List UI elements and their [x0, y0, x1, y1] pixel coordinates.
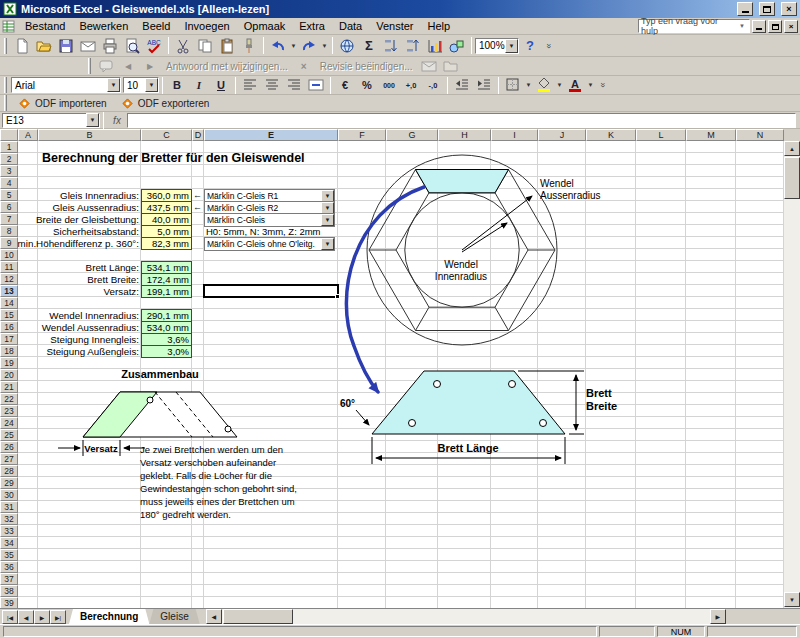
column-header[interactable]: C [141, 129, 192, 141]
sort-descending-button[interactable] [402, 36, 424, 55]
row-header[interactable]: 12 [0, 273, 18, 285]
previous-sheet-button[interactable]: ◀ [18, 610, 34, 624]
undo-button[interactable] [267, 36, 289, 55]
menu-item[interactable]: Extra [292, 19, 332, 33]
align-center-button[interactable] [261, 76, 283, 95]
redo-dropdown-icon[interactable]: ▼ [320, 43, 329, 49]
row-header[interactable]: 32 [0, 513, 18, 525]
odf-export-button[interactable]: ODF exporteren [114, 95, 217, 112]
chevron-down-icon[interactable]: ▼ [86, 113, 99, 127]
column-header[interactable]: M [686, 129, 736, 141]
spelling-button[interactable]: ABC [143, 36, 165, 55]
align-left-button[interactable] [239, 76, 261, 95]
update-file-button[interactable] [440, 57, 462, 76]
horizontal-scrollbar[interactable]: ◀ ▶ [206, 609, 726, 625]
label-steigung-innengleis[interactable]: Steigung Innengleis: [50, 334, 139, 345]
fill-handle[interactable] [335, 294, 340, 299]
row-header[interactable]: 28 [0, 465, 18, 477]
print-button[interactable] [99, 36, 121, 55]
paste-button[interactable] [216, 36, 238, 55]
odf-import-button[interactable]: ODF importeren [11, 95, 114, 112]
cell-versatz[interactable]: 199,1 mm [141, 285, 192, 298]
new-button[interactable] [11, 36, 33, 55]
row-header[interactable]: 21 [0, 381, 18, 393]
percent-button[interactable]: % [356, 76, 378, 95]
currency-button[interactable]: € [334, 76, 356, 95]
row-header[interactable]: 19 [0, 357, 18, 369]
column-header[interactable]: E [204, 129, 338, 141]
row-header[interactable]: 3 [0, 165, 18, 177]
row-header[interactable]: 24 [0, 417, 18, 429]
open-button[interactable] [33, 36, 55, 55]
combo-gleistyp[interactable]: Märklin C-Gleis ohne O'leitg.▼ [204, 237, 335, 251]
column-header[interactable]: L [636, 129, 686, 141]
italic-button[interactable]: I [188, 76, 210, 95]
column-header[interactable]: D [192, 129, 204, 141]
underline-button[interactable]: U [210, 76, 232, 95]
column-header[interactable]: F [338, 129, 386, 141]
borders-button[interactable] [502, 76, 524, 95]
row-header[interactable]: 34 [0, 537, 18, 549]
row-header[interactable]: 7 [0, 213, 18, 225]
font-color-button[interactable]: A [564, 76, 586, 95]
menu-item[interactable]: Invoegen [177, 19, 236, 33]
toolbar-grip[interactable] [4, 95, 7, 111]
chevron-down-icon[interactable]: ▼ [321, 214, 334, 226]
row-header[interactable]: 35 [0, 549, 18, 561]
row-header[interactable]: 29 [0, 477, 18, 489]
menu-item[interactable]: Data [332, 19, 369, 33]
bold-button[interactable]: B [166, 76, 188, 95]
column-header[interactable]: H [438, 129, 491, 141]
chevron-down-icon[interactable]: ▼ [145, 78, 158, 92]
toolbar-options-chevron[interactable]: » [594, 79, 612, 91]
chevron-down-icon[interactable]: ▼ [737, 23, 747, 29]
cut-button[interactable] [172, 36, 194, 55]
row-header[interactable]: 30 [0, 489, 18, 501]
copy-button[interactable] [194, 36, 216, 55]
row-header[interactable]: 37 [0, 573, 18, 585]
label-wendel-aussenradius[interactable]: Wendel Aussenradius: [42, 322, 139, 333]
send-mail-button[interactable] [418, 57, 440, 76]
scroll-down-button[interactable]: ▼ [784, 592, 800, 607]
column-header[interactable]: N [736, 129, 784, 141]
workbook-restore-button[interactable] [768, 20, 782, 33]
menu-item[interactable]: Bewerken [72, 19, 135, 33]
workbook-close-button[interactable]: × [784, 20, 798, 33]
chart-wizard-button[interactable] [424, 36, 446, 55]
scroll-up-button[interactable]: ▲ [784, 141, 800, 156]
label-brett-breite[interactable]: Brett Breite: [87, 274, 139, 285]
scroll-left-button[interactable]: ◀ [206, 609, 222, 624]
edit-comment-button[interactable] [95, 57, 117, 76]
previous-comment-button[interactable]: ◀ [117, 57, 139, 76]
menu-item[interactable]: Help [421, 19, 458, 33]
cell-hoehendifferenz[interactable]: 82,3 mm [141, 237, 192, 250]
row-header[interactable]: 6 [0, 201, 18, 213]
email-button[interactable] [77, 36, 99, 55]
autosum-button[interactable]: Σ [358, 36, 380, 55]
menu-item[interactable]: Beeld [135, 19, 177, 33]
assembly-heading[interactable]: Zusammenbau [108, 368, 212, 380]
zoom-combo[interactable]: 100% ▼ [475, 38, 519, 54]
sort-ascending-button[interactable] [380, 36, 402, 55]
minimize-button[interactable] [737, 2, 753, 16]
chevron-down-icon[interactable]: ▼ [107, 78, 120, 92]
row-header[interactable]: 39 [0, 597, 18, 608]
name-box[interactable]: E13 ▼ [2, 113, 100, 128]
combo-gleisbettung[interactable]: Märklin C-Gleis▼ [204, 213, 335, 227]
cell-scale-note[interactable]: H0: 5mm, N: 3mm, Z: 2mm [206, 226, 321, 237]
tab-gleise[interactable]: Gleise [149, 609, 199, 624]
row-header[interactable]: 20 [0, 369, 18, 381]
horizontal-scroll-thumb[interactable] [223, 609, 293, 624]
redo-button[interactable] [298, 36, 320, 55]
label-sicherheitsabstand[interactable]: Sicherheitsabstand: [53, 226, 139, 237]
first-sheet-button[interactable]: |◀ [2, 610, 18, 624]
row-header[interactable]: 25 [0, 429, 18, 441]
decrease-indent-button[interactable] [451, 76, 473, 95]
scroll-right-button[interactable]: ▶ [710, 609, 726, 624]
toolbar-options-chevron[interactable]: » [540, 40, 558, 52]
maximize-button[interactable] [759, 2, 775, 16]
row-header[interactable]: 15 [0, 309, 18, 321]
active-cell-selection[interactable] [203, 284, 339, 298]
end-review-button[interactable]: Revisie beëindigen... [315, 61, 418, 72]
label-brett-laenge[interactable]: Brett Länge: [86, 262, 139, 273]
